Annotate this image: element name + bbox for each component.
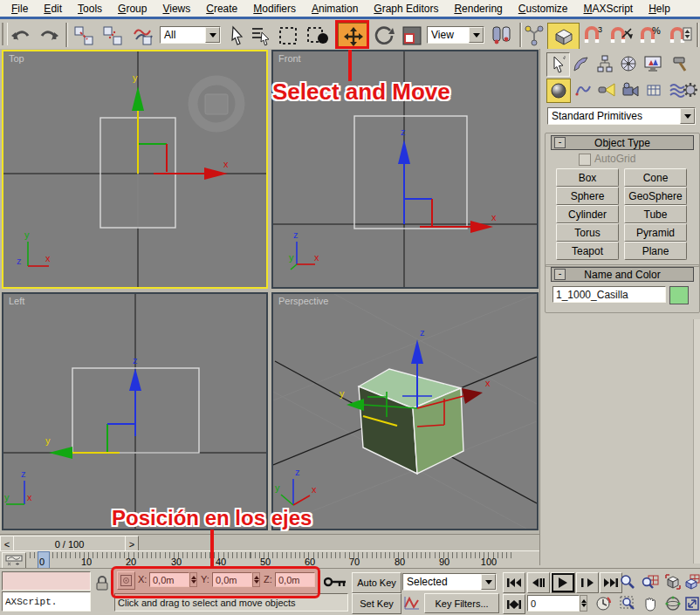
select-and-scale-icon[interactable] [399, 24, 425, 48]
min-max-toggle-icon[interactable] [683, 593, 700, 614]
undo-icon[interactable] [9, 24, 33, 48]
create-tab[interactable] [546, 52, 570, 77]
helpers-category-icon[interactable] [643, 79, 664, 101]
menu-customize[interactable]: Customize [511, 2, 576, 16]
pan-hand-icon[interactable] [641, 593, 660, 614]
tube-button[interactable]: Tube [624, 205, 687, 223]
select-object-icon[interactable] [225, 24, 247, 48]
next-frame-button[interactable] [576, 572, 599, 593]
spinner-snap-toggle-icon[interactable] [668, 24, 694, 48]
shapes-category-icon[interactable] [573, 79, 594, 101]
menu-help[interactable]: Help [641, 2, 678, 16]
autogrid-checkbox[interactable] [579, 154, 591, 166]
toolbar-drag-handle[interactable] [2, 23, 8, 45]
menu-file[interactable]: File [3, 2, 36, 16]
teapot-button[interactable]: Teapot [556, 242, 619, 260]
systems-category-icon[interactable] [681, 79, 700, 101]
window-crossing-icon[interactable] [303, 24, 332, 48]
snap-toggle-3d-icon[interactable]: 3 [581, 24, 606, 48]
previous-frame-button[interactable] [527, 572, 550, 593]
modify-tab[interactable] [570, 52, 592, 75]
dropdown-arrow-icon[interactable] [481, 574, 496, 590]
cone-button[interactable]: Cone [624, 168, 687, 187]
lights-category-icon[interactable] [596, 79, 617, 101]
dropdown-arrow-icon[interactable] [680, 108, 695, 124]
zoom-extents-all-icon[interactable] [683, 571, 700, 592]
menu-modifiers[interactable]: Modifiers [245, 2, 304, 16]
geosphere-button[interactable]: GeoSphere [624, 187, 687, 205]
rectangular-selection-region-icon[interactable] [276, 24, 300, 48]
category-dropdown[interactable]: Standard Primitives [547, 107, 696, 125]
svg-text:y: y [289, 252, 294, 263]
go-to-start-button[interactable] [503, 572, 525, 593]
key-mode-toggle-button[interactable] [503, 594, 525, 614]
zoom-all-icon[interactable] [641, 571, 660, 592]
dropdown-arrow-icon[interactable] [205, 27, 220, 43]
play-button[interactable] [551, 572, 575, 593]
pyramid-button[interactable]: Pyramid [624, 223, 687, 242]
collapse-icon[interactable]: - [554, 137, 566, 148]
sphere-button[interactable]: Sphere [556, 187, 619, 205]
motion-tab[interactable] [617, 52, 639, 75]
menu-rendering[interactable]: Rendering [446, 2, 510, 16]
bind-to-space-warp-icon[interactable] [128, 24, 155, 48]
cameras-category-icon[interactable] [620, 79, 641, 101]
percent-snap-toggle-icon[interactable]: % [638, 24, 664, 48]
key-mode-icon[interactable] [402, 593, 422, 612]
snaps-toggle-button[interactable] [547, 23, 580, 51]
key-filters-button[interactable]: Key Filters... [424, 593, 499, 613]
use-pivot-point-center-icon[interactable] [488, 24, 516, 48]
redo-icon[interactable] [37, 24, 61, 48]
region-zoom-icon[interactable] [618, 593, 637, 614]
zoom-icon[interactable] [618, 571, 637, 592]
collapse-icon[interactable]: - [554, 269, 566, 280]
cylinder-button[interactable]: Cylinder [556, 205, 619, 223]
menu-maxscript[interactable]: MAXScript [576, 2, 642, 16]
open-mini-curve-editor-icon[interactable] [2, 552, 26, 569]
maxscript-listener-line[interactable]: AXScript. [2, 591, 91, 612]
reference-coordsys-dropdown[interactable]: View [427, 26, 484, 44]
zoom-extents-icon[interactable] [663, 571, 683, 592]
object-name-field[interactable]: 1_1000_Casilla [552, 286, 666, 303]
time-slider-track[interactable]: < 0 / 100 > [0, 534, 539, 550]
viewport-perspective[interactable]: Perspective z x y [271, 292, 539, 530]
select-and-rotate-icon[interactable] [371, 24, 397, 48]
object-color-swatch[interactable] [669, 286, 689, 304]
key-selection-dropdown[interactable]: Selected [402, 573, 497, 591]
select-by-name-icon[interactable] [249, 24, 273, 48]
arc-rotate-icon[interactable] [663, 593, 683, 614]
plane-button[interactable]: Plane [624, 242, 687, 260]
viewport-top[interactable]: Top y x y x z [2, 50, 268, 289]
menu-create[interactable]: Create [198, 2, 245, 16]
menu-animation[interactable]: Animation [304, 2, 366, 16]
utilities-tab[interactable] [669, 52, 692, 75]
menu-group[interactable]: Group [110, 2, 154, 16]
frame-spinner[interactable] [580, 595, 587, 612]
menu-views[interactable]: Views [154, 2, 198, 16]
geometry-category-icon[interactable] [546, 79, 571, 103]
hierarchy-tab[interactable] [594, 52, 615, 75]
current-frame-field[interactable]: 0 [527, 595, 580, 612]
display-tab[interactable] [641, 52, 665, 75]
key-icon[interactable] [323, 573, 347, 591]
menu-edit[interactable]: Edit [36, 2, 70, 16]
unlink-selection-icon[interactable] [100, 24, 126, 48]
select-and-manipulate-icon[interactable] [523, 24, 545, 48]
menu-tools[interactable]: Tools [70, 2, 110, 16]
command-panel-scrollbar[interactable] [693, 319, 700, 564]
select-and-link-icon[interactable] [71, 24, 97, 48]
set-key-button[interactable]: Set Key [352, 593, 401, 614]
name-color-rollout-header[interactable]: - Name and Color [551, 267, 694, 282]
object-type-rollout-header[interactable]: - Object Type [551, 135, 694, 150]
angle-snap-toggle-icon[interactable] [608, 24, 635, 48]
box-button[interactable]: Box [556, 168, 619, 187]
auto-key-button[interactable]: Auto Key [352, 572, 401, 593]
macro-recorder-line[interactable] [2, 571, 91, 591]
time-configuration-icon[interactable] [593, 594, 613, 612]
selection-filter-dropdown[interactable]: All [160, 26, 221, 44]
torus-button[interactable]: Torus [556, 223, 619, 242]
selection-lock-icon[interactable] [94, 574, 110, 592]
dropdown-arrow-icon[interactable] [469, 27, 484, 43]
viewport-left[interactable]: Left z y z y x [2, 292, 268, 530]
menu-graph-editors[interactable]: Graph Editors [366, 2, 446, 16]
